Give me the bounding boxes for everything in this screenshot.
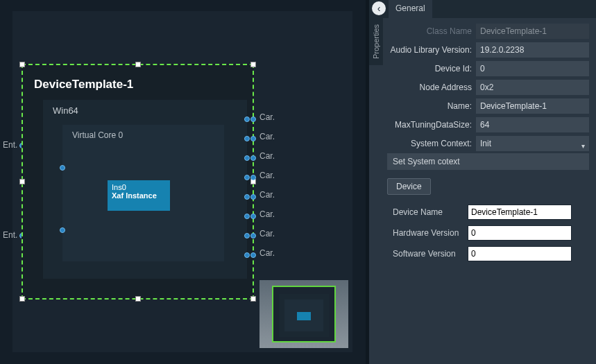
port[interactable] (244, 116, 250, 122)
label-sw-ver: Software Version (393, 249, 468, 259)
minimap[interactable] (259, 280, 348, 348)
port[interactable] (244, 214, 250, 219)
port-label-car: Car. (259, 132, 275, 141)
tab-general[interactable]: General (389, 0, 432, 18)
back-button[interactable]: ‹ (372, 1, 386, 15)
properties-panel: ‹ General Properties Class Name DeviceTe… (369, 0, 596, 364)
instance-id: Ins0 (112, 183, 166, 191)
device-title: DeviceTemplate-1 (34, 78, 133, 92)
label-device-name: Device Name (393, 207, 468, 217)
port[interactable] (250, 116, 256, 122)
label-hw-ver: Hardware Version (393, 228, 468, 238)
label-sys-ctx: System Context: (387, 139, 476, 148)
set-system-context-button[interactable]: Set System cotext (387, 153, 589, 170)
port[interactable] (244, 233, 250, 239)
device-template-box[interactable]: DeviceTemplate-1 Win64 Virtual Core 0 In… (22, 64, 254, 300)
port[interactable] (244, 194, 250, 200)
resize-handle[interactable] (19, 296, 25, 302)
input-sw-ver[interactable] (468, 246, 572, 261)
label-class-name: Class Name (387, 26, 476, 36)
select-sys-ctx[interactable]: Init (476, 136, 589, 151)
value-class-name: DeviceTemplate-1 (476, 24, 589, 39)
core-box[interactable]: Virtual Core 0 Ins0 Xaf Instance (62, 125, 224, 261)
input-device-name[interactable] (468, 205, 572, 220)
label-audio-lib: Audio Library Version: (387, 45, 476, 55)
port[interactable] (244, 175, 250, 180)
platform-box[interactable]: Win64 Virtual Core 0 Ins0 Xaf Instance (43, 100, 247, 279)
input-hw-ver[interactable] (468, 225, 572, 241)
label-max-tune: MaxTuningDataSize: (387, 120, 476, 130)
port-label-car: Car. (259, 229, 275, 239)
value-max-tune[interactable]: 64 (476, 117, 589, 132)
label-name: Name: (387, 101, 476, 111)
port[interactable] (60, 227, 65, 233)
device-button[interactable]: Device (387, 178, 431, 195)
canvas-inner: Ent. Ent. DeviceTemplate-1 Win64 Virtual… (12, 11, 352, 352)
port-label-car: Car. (259, 112, 275, 122)
port[interactable] (250, 175, 256, 180)
value-device-id[interactable]: 0 (476, 61, 589, 76)
value-node-addr[interactable]: 0x2 (476, 80, 589, 95)
tabs-row: ‹ General (369, 0, 596, 18)
port[interactable] (250, 194, 256, 200)
platform-title: Win64 (53, 105, 78, 116)
xaf-instance[interactable]: Ins0 Xaf Instance (108, 180, 170, 211)
port[interactable] (244, 252, 250, 258)
resize-handle[interactable] (135, 296, 141, 302)
port-label-car: Car. (259, 171, 275, 180)
port[interactable] (244, 155, 250, 161)
label-device-id: Device Id: (387, 64, 476, 73)
value-audio-lib[interactable]: 19.2.0.2238 (476, 42, 589, 58)
canvas-view[interactable]: Ent. Ent. DeviceTemplate-1 Win64 Virtual… (0, 0, 366, 364)
side-tab-properties[interactable]: Properties (369, 18, 383, 65)
port[interactable] (60, 165, 65, 171)
chevron-left-icon: ‹ (377, 3, 381, 14)
resize-handle[interactable] (19, 62, 25, 67)
port-label-ent: Ent. (3, 140, 17, 150)
port[interactable] (250, 155, 256, 161)
resize-handle[interactable] (250, 296, 256, 302)
resize-handle[interactable] (135, 62, 141, 67)
resize-handle[interactable] (19, 179, 25, 184)
port[interactable] (244, 136, 250, 141)
port[interactable] (250, 136, 256, 141)
value-name[interactable]: DeviceTemplate-1 (476, 98, 589, 114)
resize-handle[interactable] (250, 62, 256, 67)
port-label-ent: Ent. (3, 230, 17, 240)
port-label-car: Car. (259, 209, 275, 219)
port[interactable] (250, 214, 256, 219)
port-label-car: Car. (259, 151, 275, 161)
port[interactable] (250, 252, 256, 258)
label-node-addr: Node Address (387, 83, 476, 92)
port-label-car: Car. (259, 190, 275, 200)
instance-name: Xaf Instance (112, 191, 166, 200)
port[interactable] (250, 233, 256, 239)
port-label-car: Car. (259, 248, 275, 258)
core-title: Virtual Core 0 (72, 130, 123, 140)
